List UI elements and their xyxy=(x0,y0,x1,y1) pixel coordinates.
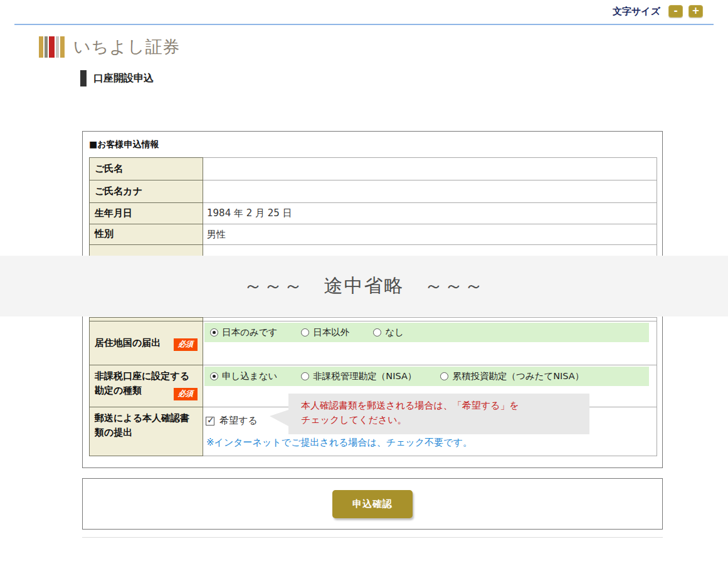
font-size-decrease-button[interactable]: - xyxy=(668,5,683,18)
font-size-increase-button[interactable]: + xyxy=(688,5,703,18)
row-value-gender: 男性 xyxy=(203,224,657,245)
radio-option-japan-only[interactable]: 日本のみです xyxy=(210,326,277,338)
residence-options-strip: 日本のみです 日本以外 なし xyxy=(204,323,649,342)
brand-stripes-icon xyxy=(39,36,65,58)
title-bar-accent xyxy=(80,70,87,86)
top-divider xyxy=(14,24,714,25)
radio-option-none[interactable]: なし xyxy=(373,326,404,338)
font-size-label: 文字サイズ xyxy=(613,6,660,18)
omitted-section-text: ～～～ 途中省略 ～～～ xyxy=(244,273,485,299)
row-label-gender: 性別 xyxy=(89,224,203,245)
radio-icon[interactable] xyxy=(440,372,448,380)
radio-selected-icon[interactable] xyxy=(210,328,218,337)
page-title: 口座開設申込 xyxy=(80,70,154,86)
residence-label-text: 居住地国の届出 xyxy=(95,336,161,350)
row-value-birthdate: 1984 年 2 月 25 日 xyxy=(203,202,657,224)
application-confirm-button[interactable]: 申込確認 xyxy=(332,490,413,518)
table-row: 生年月日 1984 年 2 月 25 日 xyxy=(89,202,657,224)
radio-icon[interactable] xyxy=(301,328,309,337)
radio-option-no-application[interactable]: 申し込まない xyxy=(210,370,277,382)
radio-icon[interactable] xyxy=(301,372,309,380)
brand-name: いちよし証券 xyxy=(73,36,181,58)
row-label-name: ご氏名 xyxy=(89,157,203,180)
radio-selected-icon[interactable] xyxy=(210,372,218,380)
font-size-control: 文字サイズ - + xyxy=(613,5,703,18)
table-row: ご氏名カナ xyxy=(89,180,657,203)
required-badge: 必須 xyxy=(174,388,198,400)
row-label-birthdate: 生年月日 xyxy=(89,202,203,224)
row-label-mail-documents: 郵送による本人確認書類の提出 xyxy=(89,407,203,456)
tooltip-line2: チェックしてください。 xyxy=(301,413,581,427)
row-value-name-kana xyxy=(203,180,657,203)
radio-option-nisa[interactable]: 非課税管理勘定（NISA） xyxy=(301,370,416,382)
submit-panel: 申込確認 xyxy=(82,478,663,530)
table-row-residence: 居住地国の届出 必須 日本のみです 日本以外 なし xyxy=(89,321,657,365)
table-row: ご氏名 xyxy=(89,157,657,180)
radio-icon[interactable] xyxy=(373,328,381,337)
row-label-residence: 居住地国の届出 必須 xyxy=(89,321,203,365)
page-title-text: 口座開設申込 xyxy=(93,72,154,85)
omitted-section-band: ～～～ 途中省略 ～～～ xyxy=(0,256,728,316)
checkbox-label: 希望する xyxy=(219,415,258,427)
section-title: ■お客様申込情報 xyxy=(89,139,159,150)
row-value-residence: 日本のみです 日本以外 なし xyxy=(203,321,657,365)
tooltip-line1: 本人確認書類を郵送される場合は、「希望する」を xyxy=(301,399,581,413)
radio-option-outside-japan[interactable]: 日本以外 xyxy=(301,326,349,338)
bottom-divider xyxy=(82,537,663,538)
mail-documents-tooltip: 本人確認書類を郵送される場合は、「希望する」を チェックしてください。 xyxy=(288,394,589,434)
table-row: 性別 男性 xyxy=(89,224,657,245)
nisa-options-strip: 申し込まない 非課税管理勘定（NISA） 累積投資勘定（つみたてNISA） xyxy=(204,367,649,386)
checkbox-checked-icon[interactable] xyxy=(206,417,214,426)
radio-option-tsumitate-nisa[interactable]: 累積投資勘定（つみたてNISA） xyxy=(440,370,584,382)
brand-logo[interactable]: いちよし証券 xyxy=(39,36,181,58)
row-label-nisa: 非課税口座に設定する勘定の種類 必須 xyxy=(89,365,203,407)
required-badge: 必須 xyxy=(174,338,198,351)
customer-info-table-bottom: 居住地国の届出 必須 日本のみです 日本以外 なし xyxy=(89,317,657,456)
row-label-name-kana: ご氏名カナ xyxy=(89,180,203,203)
tooltip-pointer xyxy=(270,410,288,426)
row-value-name xyxy=(203,157,657,180)
internet-submission-note: ※インターネットでご提出される場合は、チェック不要です。 xyxy=(206,437,657,449)
